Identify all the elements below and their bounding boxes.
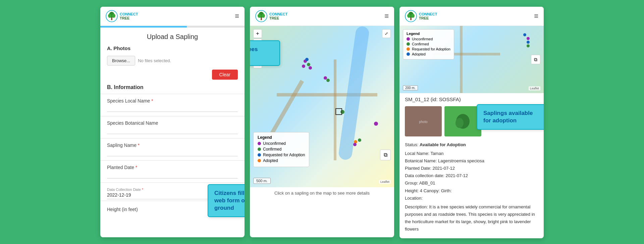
planted-date-field: Planted Date * — [100, 160, 245, 182]
legend-label-unconfirmed: Unconfirmed — [263, 141, 286, 146]
detail-legend-label-confirmed: Confirmed — [412, 42, 429, 46]
logo-text-top: CONNECT — [120, 12, 138, 16]
legend-dot-confirmed — [258, 148, 261, 151]
svg-point-3 — [108, 14, 111, 18]
legend-label-adopted: Adopted — [263, 158, 278, 163]
callout-citizens: Citizens filling web form on ground — [208, 184, 245, 217]
description-label: Description: — [405, 204, 428, 209]
zoom-in-button[interactable]: + — [253, 29, 262, 38]
browse-button[interactable]: Browse... — [107, 56, 135, 66]
map-dot-5[interactable] — [309, 66, 312, 70]
species-botanical-name-label: Species Botanical Name — [107, 120, 238, 126]
legend-dot-adopted — [258, 159, 261, 162]
status-row: Status: Available for Adoption — [405, 141, 538, 149]
collection-date-row: Data collection date: 2021-07-12 — [405, 172, 538, 179]
detail-map[interactable]: Legend Unconfirmed Confirmed Requested f… — [399, 26, 544, 93]
svg-point-9 — [262, 14, 265, 18]
species-local-name-input[interactable] — [107, 105, 238, 112]
description-row: Description: It is a tree species widely… — [405, 203, 538, 233]
location-row: Location: — [405, 195, 538, 202]
header-detail: CONNECT TREE ≡ — [399, 7, 544, 26]
detail-leaflet: Leaflet — [529, 86, 540, 90]
detail-dot-confirmed — [407, 42, 410, 46]
logo-upload: CONNECT TREE — [106, 10, 138, 22]
map-dot-12[interactable] — [374, 122, 378, 126]
menu-icon-detail[interactable]: ≡ — [534, 12, 538, 21]
detail-dot-1[interactable] — [523, 33, 526, 36]
map-road-2 — [277, 93, 377, 96]
section-a-label: A. Photos — [100, 43, 245, 53]
planted-date-label: Planted Date * — [107, 165, 238, 170]
header-map: CONNECT TREE ≡ — [250, 7, 394, 26]
local-name-label: Local Name: — [405, 151, 429, 156]
svg-point-16 — [411, 14, 415, 18]
layers-button[interactable]: ⧉ — [380, 150, 391, 160]
detail-dot-adoption — [407, 47, 410, 51]
page-title-upload: Upload a Sapling — [100, 28, 245, 43]
collection-label-3: Data collection date: — [405, 173, 444, 178]
detail-legend-label-adoption: Requested for Adoption — [412, 47, 450, 51]
legend-item-adoption: Requested for Adoption — [258, 153, 305, 157]
local-name-row: Local Name: Taman — [405, 150, 538, 157]
planted-date-value-3: 2021-07-12 — [432, 166, 455, 171]
location-label: Location: — [405, 196, 423, 201]
detail-legend-label-unconfirmed: Unconfirmed — [412, 37, 433, 41]
detail-layers-button[interactable]: ⧉ — [531, 55, 540, 64]
tree-logo-icon-2 — [255, 10, 267, 22]
menu-icon-upload[interactable]: ≡ — [235, 12, 239, 21]
map-legend: Legend Unconfirmed Confirmed Requested f… — [253, 132, 309, 167]
planted-date-input[interactable] — [107, 171, 238, 178]
detail-dot-unconfirmed — [407, 37, 410, 41]
sapling-id: SM_01_12 (id: SOSSFA) — [399, 93, 544, 104]
legend-dot-adoption — [258, 153, 261, 157]
logo-map: CONNECT TREE — [255, 10, 287, 22]
map-expand-button[interactable]: ⤢ — [382, 29, 391, 38]
sapling-name-input[interactable] — [107, 149, 238, 156]
legend-title: Legend — [258, 135, 305, 140]
sapling-name-label: Sapling Name * — [107, 143, 238, 148]
species-botanical-name-field: Species Botanical Name — [100, 116, 245, 138]
collection-value-3: 2021-07-12 — [445, 173, 468, 178]
species-botanical-name-input[interactable] — [107, 127, 238, 134]
svg-text:photo: photo — [419, 120, 427, 124]
girth-label: Girth: — [441, 188, 452, 193]
detail-legend-adoption: Requested for Adoption — [407, 47, 450, 51]
callout-mapped: Mapped Trees Online — [250, 40, 280, 66]
detail-dot-4[interactable] — [527, 44, 530, 47]
tree-logo-icon — [106, 10, 118, 22]
menu-icon-map[interactable]: ≡ — [384, 12, 389, 21]
map-dot-11[interactable] — [353, 143, 357, 146]
status-value: Available for Adoption — [420, 142, 466, 147]
logo-text-bottom-3: TREE — [419, 16, 437, 20]
botanical-value: Lagerstroemia speciosa — [438, 158, 484, 163]
detail-dot-3[interactable] — [527, 41, 530, 44]
species-local-name-field: Species Local Name * — [100, 94, 245, 116]
svg-rect-14 — [410, 17, 412, 20]
svg-rect-7 — [261, 17, 262, 20]
svg-point-4 — [112, 14, 115, 18]
map-dot-7[interactable] — [326, 79, 330, 82]
group-row: Group: ABB_01 — [405, 179, 538, 187]
detail-legend-adopted: Adopted — [407, 52, 450, 56]
group-label: Group: — [405, 180, 418, 186]
map-scale: 500 m. — [253, 178, 271, 184]
clear-btn-row: Clear — [100, 68, 245, 82]
detail-dot-2[interactable] — [527, 37, 530, 40]
sapling-photo-1: photo — [405, 106, 442, 136]
map-dot-10[interactable] — [358, 138, 361, 142]
map-dot-2[interactable] — [307, 63, 310, 66]
logo-detail: CONNECT TREE — [405, 10, 437, 22]
clear-button[interactable]: Clear — [212, 70, 238, 80]
height-label: Height (in feet) — [107, 207, 138, 212]
tree-logo-icon-3 — [405, 10, 417, 22]
logo-text-bottom-2: TREE — [269, 16, 287, 20]
legend-dot-unconfirmed — [258, 142, 261, 145]
panel-map: CONNECT TREE ≡ — [250, 7, 394, 237]
map-dot-4[interactable] — [305, 58, 309, 61]
header-upload: CONNECT TREE ≡ — [100, 7, 245, 26]
map-dot-3[interactable] — [302, 65, 305, 68]
callout-saplings: Saplings available for adoption — [477, 104, 544, 130]
detail-legend-unconfirmed: Unconfirmed — [407, 37, 450, 41]
status-label: Status: — [405, 142, 418, 147]
detail-legend: Legend Unconfirmed Confirmed Requested f… — [403, 29, 454, 59]
